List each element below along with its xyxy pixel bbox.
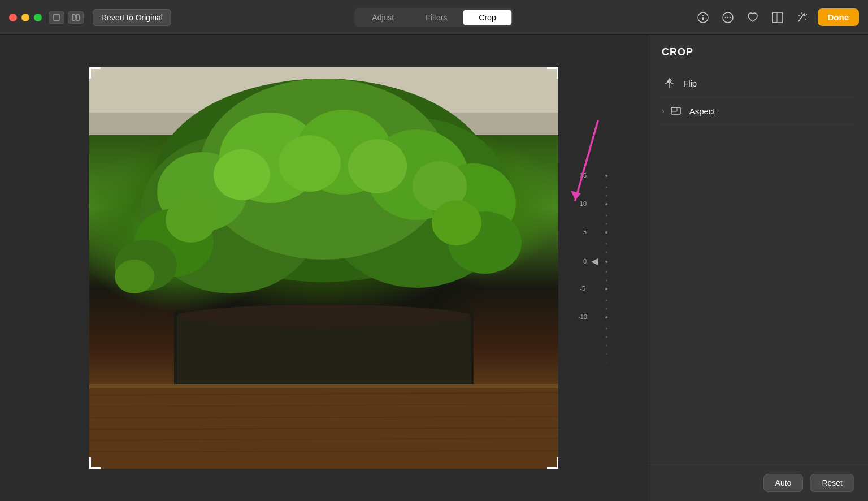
svg-point-49 xyxy=(605,175,607,177)
svg-point-29 xyxy=(214,149,270,200)
crop-corner-tl[interactable] xyxy=(89,67,101,79)
svg-text:15: 15 xyxy=(580,172,587,179)
transform-icon[interactable] xyxy=(768,8,787,27)
crop-corner-bl[interactable] xyxy=(89,457,101,469)
magic-icon[interactable] xyxy=(793,8,812,27)
svg-point-53 xyxy=(605,203,607,205)
svg-point-73 xyxy=(606,345,607,347)
svg-rect-79 xyxy=(671,107,677,111)
svg-text:-10: -10 xyxy=(578,313,587,320)
close-button[interactable] xyxy=(9,14,17,21)
svg-rect-10 xyxy=(772,12,783,23)
svg-point-63 xyxy=(606,271,607,273)
svg-point-15 xyxy=(806,14,807,15)
right-panel: CROP Flip › xyxy=(648,35,868,501)
window-split-btn[interactable] xyxy=(68,11,84,24)
panel-section: CROP Flip › xyxy=(648,35,868,125)
svg-point-12 xyxy=(798,15,800,16)
svg-point-50 xyxy=(606,187,607,188)
svg-rect-0 xyxy=(54,15,59,20)
svg-point-14 xyxy=(801,12,802,14)
svg-point-34 xyxy=(432,200,481,245)
more-icon[interactable] xyxy=(718,8,737,27)
svg-point-31 xyxy=(348,139,407,193)
svg-text:0: 0 xyxy=(583,258,587,265)
titlebar: Revert to Original Adjust Filters Crop xyxy=(0,0,868,35)
svg-point-7 xyxy=(724,16,726,18)
svg-rect-38 xyxy=(89,384,558,469)
canvas-area: 15 10 5 0 xyxy=(0,35,648,501)
aspect-label: Aspect xyxy=(689,106,854,116)
svg-point-58 xyxy=(606,243,607,245)
svg-point-54 xyxy=(606,215,607,217)
rotation-dial-svg: 15 10 5 0 xyxy=(575,161,615,375)
svg-point-75 xyxy=(606,362,607,364)
window-single-btn[interactable] xyxy=(49,11,64,24)
svg-text:10: 10 xyxy=(580,200,587,207)
maximize-button[interactable] xyxy=(34,14,42,21)
reset-button[interactable]: Reset xyxy=(810,474,854,492)
heart-icon[interactable] xyxy=(743,8,762,27)
svg-point-59 xyxy=(606,252,607,253)
minimize-button[interactable] xyxy=(21,14,29,21)
auto-button[interactable]: Auto xyxy=(763,474,804,492)
svg-text:5: 5 xyxy=(583,228,587,235)
svg-point-13 xyxy=(805,19,806,20)
svg-point-71 xyxy=(606,328,607,330)
svg-point-74 xyxy=(606,353,607,355)
flip-label: Flip xyxy=(683,79,854,88)
svg-point-51 xyxy=(606,195,607,197)
panel-spacer xyxy=(648,125,868,464)
svg-point-33 xyxy=(166,197,216,243)
svg-rect-11 xyxy=(772,12,777,23)
flip-row[interactable]: Flip xyxy=(662,70,854,97)
tab-filters[interactable]: Filters xyxy=(410,10,463,25)
svg-point-61 xyxy=(605,261,607,263)
svg-point-55 xyxy=(606,223,607,225)
aspect-chevron: › xyxy=(662,106,665,115)
svg-point-37 xyxy=(180,305,468,327)
main-area: 15 10 5 0 xyxy=(0,35,868,501)
svg-point-57 xyxy=(605,231,607,234)
done-button[interactable]: Done xyxy=(818,8,860,26)
svg-marker-62 xyxy=(591,258,598,265)
info-icon[interactable] xyxy=(693,8,713,27)
photo-svg xyxy=(89,67,558,469)
panel-title: CROP xyxy=(662,46,854,58)
revert-button[interactable]: Revert to Original xyxy=(93,9,171,26)
aspect-row[interactable]: › Aspect xyxy=(662,97,854,125)
svg-point-4 xyxy=(702,15,704,16)
toolbar-right: Done xyxy=(693,8,860,27)
svg-text:-5: -5 xyxy=(580,285,585,292)
svg-point-70 xyxy=(605,316,607,318)
svg-rect-39 xyxy=(89,384,558,388)
svg-point-72 xyxy=(606,336,607,338)
crop-container[interactable]: 15 10 5 0 xyxy=(89,67,558,469)
window-controls xyxy=(49,11,84,24)
tab-group: Adjust Filters Crop xyxy=(354,8,513,27)
svg-point-47 xyxy=(115,260,154,293)
aspect-icon xyxy=(668,103,684,119)
traffic-lights xyxy=(9,14,42,21)
crop-corner-br[interactable] xyxy=(547,457,558,469)
svg-point-68 xyxy=(606,308,607,310)
svg-point-30 xyxy=(279,135,341,192)
photo-canvas xyxy=(89,67,558,469)
svg-point-8 xyxy=(727,16,728,18)
svg-rect-2 xyxy=(76,15,79,20)
svg-point-9 xyxy=(729,16,730,18)
svg-point-64 xyxy=(606,280,607,282)
svg-rect-1 xyxy=(72,15,75,20)
svg-point-67 xyxy=(606,300,607,301)
tab-adjust[interactable]: Adjust xyxy=(356,10,410,25)
svg-point-66 xyxy=(605,288,607,290)
flip-icon xyxy=(662,75,678,91)
crop-corner-tr[interactable] xyxy=(547,67,558,79)
svg-rect-5 xyxy=(702,17,704,20)
tab-crop[interactable]: Crop xyxy=(463,10,511,25)
rotation-dial[interactable]: 15 10 5 0 xyxy=(575,155,620,381)
svg-rect-78 xyxy=(671,107,680,114)
panel-footer: Auto Reset xyxy=(648,464,868,501)
